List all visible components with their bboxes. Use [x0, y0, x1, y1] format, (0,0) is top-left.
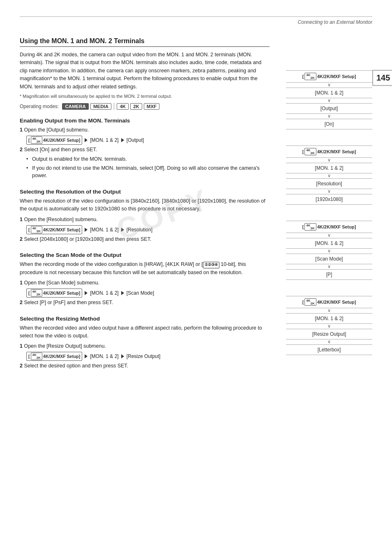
section-intro: During 4K and 2K modes, the camera can o… — [20, 51, 270, 91]
right-menu-item: [Output] — [286, 103, 372, 114]
arrow-right-icon — [121, 138, 124, 142]
mode-4k: 4K — [117, 103, 129, 110]
right-arrow-down-icon: ∨ — [286, 323, 372, 329]
step-3-1: 1 Open the [Scan Mode] submenu. — [20, 279, 270, 287]
step-2-2: 2 Select [2048x1080] or [1920x1080] and … — [20, 235, 270, 243]
right-menu-group-4: [4K2K 4K/2K/MXF Setup] ∨ [MON. 1 & 2] ∨ … — [286, 296, 372, 355]
subsection-title-4: Selecting the Resizing Method — [20, 316, 270, 322]
step-4-1: 1 Open the [Resize Output] submenu. — [20, 342, 270, 350]
arrow-right-icon — [121, 228, 124, 232]
right-menu-group-3: [4K2K 4K/2K/MXF Setup] ∨ [MON. 1 & 2] ∨ … — [286, 221, 372, 280]
list-item: If you do not intend to use the MON. ter… — [26, 164, 270, 180]
right-arrow-down-icon: ∨ — [286, 157, 372, 163]
right-arrow-down-icon: ∨ — [286, 173, 372, 178]
resize-intro: When the recorded video and video output… — [20, 324, 270, 340]
right-arrow-down-icon: ∨ — [286, 339, 372, 344]
section-title: Using the MON. 1 and MON. 2 Terminals — [20, 37, 270, 47]
menu-path-3-1: [4K2K 4K/2K/MXF Setup] [MON. 1 & 2] [Sca… — [26, 289, 270, 298]
right-menu-item: [4K2K 4K/2K/MXF Setup] — [286, 70, 372, 83]
right-menu-item: [MON. 1 & 2] — [286, 313, 372, 324]
right-menu-item: [MON. 1 & 2] — [286, 88, 372, 98]
right-arrow-down-icon: ∨ — [286, 189, 372, 194]
right-arrow-down-icon: ∨ — [286, 113, 372, 119]
right-menu-item: [MON. 1 & 2] — [286, 163, 372, 173]
right-menu-item: [1920x1080] — [286, 194, 372, 205]
left-column: Using the MON. 1 and MON. 2 Terminals Du… — [20, 37, 282, 379]
right-menu-item: [Letterbox] — [286, 344, 372, 355]
right-arrow-down-icon: ∨ — [286, 82, 372, 88]
page-number: 145 — [372, 70, 392, 86]
subsection-title-3: Selecting the Scan Mode of the Output — [20, 252, 270, 258]
step-2-1: 1 Open the [Resolution] submenu. — [20, 216, 270, 224]
step-1-2: 2 Select [On] and then press SET. — [20, 146, 270, 154]
subsection-title-1: Enabling Output from the MON. Terminals — [20, 118, 270, 124]
arrow-right-icon — [121, 291, 124, 295]
subsection-resize: Selecting the Resizing Method When the r… — [20, 316, 270, 370]
right-menu-item: [4K2K 4K/2K/MXF Setup] — [286, 221, 372, 233]
scan-mode-intro: When the recording mode of the video con… — [20, 261, 270, 277]
menu-badge-4k2k-4: [4K2K 4K/2K/MXF Setup] — [26, 352, 82, 361]
right-menu-group-1: [4K2K 4K/2K/MXF Setup] ∨ [MON. 1 & 2] ∨ … — [286, 70, 372, 129]
arrow-right-icon — [85, 228, 88, 232]
mode-separator — [114, 103, 115, 110]
menu-badge-4k2k-1: [4K2K 4K/2K/MXF Setup] — [26, 136, 82, 145]
resolution-intro: When the resolution of the video configu… — [20, 197, 270, 213]
arrow-right-icon — [85, 138, 88, 142]
header: Connecting to an External Monitor — [0, 17, 392, 25]
right-menu-item: [Resize Output] — [286, 329, 372, 339]
subsection-resolution: Selecting the Resolution of the Output W… — [20, 189, 270, 243]
right-menu-item: [Resolution] — [286, 178, 372, 189]
menu-path-1-1: [4K2K 4K/2K/MXF Setup] [MON. 1 & 2] [Out… — [26, 136, 270, 145]
main-content: Using the MON. 1 and MON. 2 Terminals Du… — [0, 37, 392, 379]
section-footnote: * Magnification will simultaneously be a… — [20, 93, 270, 99]
mode-2k: 2K — [130, 103, 142, 110]
right-menu-item: [P] — [286, 269, 372, 280]
right-arrow-down-icon: ∨ — [286, 248, 372, 254]
right-menu-item: [4K2K 4K/2K/MXF Setup] — [286, 145, 372, 158]
step-3-2: 2 Select [P] or [PsF] and then press SET… — [20, 299, 270, 307]
subsection-title-2: Selecting the Resolution of the Output — [20, 189, 270, 195]
mode-mxf: MXF — [144, 103, 159, 110]
right-column: [4K2K 4K/2K/MXF Setup] ∨ [MON. 1 & 2] ∨ … — [282, 37, 372, 379]
right-arrow-down-icon: ∨ — [286, 308, 372, 313]
operating-modes-label: Operating modes: — [20, 104, 59, 109]
mode-media: MEDIA — [90, 103, 111, 110]
mode-camera: CAMERA — [62, 103, 88, 110]
right-menu-item: [4K2K 4K/2K/MXF Setup] — [286, 296, 372, 308]
arrow-right-icon — [85, 354, 88, 358]
arrow-right-icon — [121, 354, 124, 358]
page-container: Connecting to an External Monitor 145 CO… — [0, 16, 392, 554]
header-title: Connecting to an External Monitor — [298, 19, 372, 25]
menu-badge-4k2k-2: [4K2K 4K/2K/MXF Setup] — [26, 225, 82, 234]
menu-path-4-1: [4K2K 4K/2K/MXF Setup] [MON. 1 & 2] [Res… — [26, 352, 270, 361]
right-menu-item: [On] — [286, 119, 372, 129]
right-menu-item: [MON. 1 & 2] — [286, 238, 372, 249]
right-arrow-down-icon: ∨ — [286, 264, 372, 269]
bullet-list-1: Output is enabled for the MON. terminals… — [26, 155, 270, 180]
arrow-right-icon — [85, 291, 88, 295]
right-menu-item: [Scan Mode] — [286, 254, 372, 264]
menu-badge-4k2k-3: [4K2K 4K/2K/MXF Setup] — [26, 289, 82, 298]
right-arrow-down-icon: ∨ — [286, 233, 372, 238]
subsection-enabling-output: Enabling Output from the MON. Terminals … — [20, 118, 270, 180]
right-menu-group-2: [4K2K 4K/2K/MXF Setup] ∨ [MON. 1 & 2] ∨ … — [286, 145, 372, 205]
operating-modes: Operating modes: CAMERA MEDIA 4K 2K MXF — [20, 103, 270, 110]
menu-path-2-1: [4K2K 4K/2K/MXF Setup] [MON. 1 & 2] [Res… — [26, 225, 270, 234]
step-4-2: 2 Select the desired option and then pre… — [20, 362, 270, 370]
list-item: Output is enabled for the MON. terminals… — [26, 155, 270, 163]
step-1-1: 1 Open the [Output] submenu. — [20, 126, 270, 134]
subsection-scan-mode: Selecting the Scan Mode of the Output Wh… — [20, 252, 270, 306]
right-arrow-down-icon: ∨ — [286, 98, 372, 103]
